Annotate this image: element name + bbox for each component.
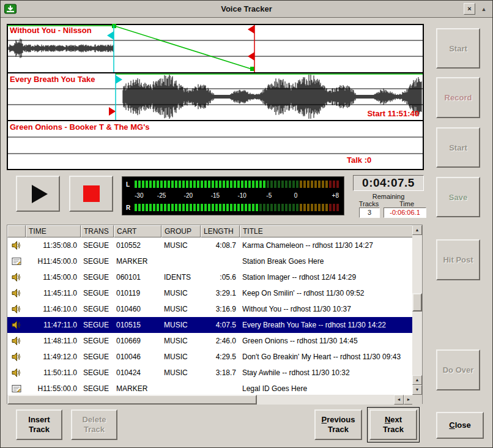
titlebar: Voice Tracker × ▲: [1, 1, 492, 18]
meter-segment: [186, 181, 188, 188]
meter-segment: [256, 204, 258, 211]
meter-segment: [281, 181, 284, 188]
right-meter: R: [126, 203, 340, 212]
cell-length: 4:29.5: [201, 349, 240, 365]
cell-cart: 010046: [114, 349, 161, 365]
save-button[interactable]: Save: [436, 177, 480, 217]
meter-segment: [219, 204, 221, 211]
meter-segment: [322, 181, 324, 188]
button-label: Do Over: [443, 365, 474, 375]
meter-segment: [234, 181, 236, 188]
log-row[interactable]: H11:55:00.0SEGUEMARKERLegal ID Goes Here: [7, 381, 413, 395]
log-row[interactable]: 11:48:11.0SEGUE010669MUSIC2:46.0Green On…: [7, 333, 413, 349]
column-header-icon[interactable]: [7, 225, 26, 237]
cell-icon: [7, 301, 26, 317]
cell-icon: [7, 381, 26, 395]
log-row[interactable]: 11:45:11.0SEGUE010119MUSIC3:29.1Keep On …: [7, 285, 413, 301]
meter-segment: [311, 181, 313, 188]
cell-trans: SEGUE: [81, 317, 114, 333]
column-header-group[interactable]: GROUP: [161, 225, 201, 237]
horizontal-scrollbar[interactable]: ◄ ►: [7, 395, 413, 405]
column-header-title[interactable]: TITLE: [240, 225, 413, 237]
meter-segment: [226, 204, 229, 211]
meter-segment: [182, 204, 185, 211]
fade-handle[interactable]: [250, 67, 254, 71]
cell-title: Without You -- rdhost 11/30 10:37: [240, 301, 413, 317]
meter-segment: [197, 181, 199, 188]
meter-segment: [179, 204, 181, 211]
start-button-2[interactable]: Start: [436, 127, 480, 168]
meter-segment: [314, 181, 317, 188]
shade-button[interactable]: ▲: [479, 5, 489, 13]
log-row[interactable]: 11:35:08.0SEGUE010552MUSIC4:08.7Karma Ch…: [7, 237, 413, 253]
cell-length: 3:16.9: [201, 301, 240, 317]
meter-segment: [168, 204, 170, 211]
button-label: Start: [449, 143, 467, 152]
scrollbar-corner: [412, 395, 422, 405]
meter-segment: [153, 181, 155, 188]
column-header-trans[interactable]: TRANS: [81, 225, 114, 237]
tracks-remaining-value: 3: [359, 207, 380, 218]
meter-segment: [292, 204, 295, 211]
cell-length: 4:07.5: [201, 317, 240, 333]
column-header-length[interactable]: LENGTH: [201, 225, 240, 237]
hit-post-button[interactable]: Hit Post: [436, 239, 480, 280]
meter-segment: [171, 181, 174, 188]
meter-segment: [193, 181, 196, 188]
cell-group: MUSIC: [161, 349, 201, 365]
column-header-cart[interactable]: CART: [114, 225, 161, 237]
do-over-button[interactable]: Do Over: [436, 349, 480, 390]
log-row[interactable]: 11:46:10.0SEGUE010460MUSIC3:16.9Without …: [7, 301, 413, 317]
cell-group: MUSIC: [161, 365, 201, 381]
vertical-scroll-thumb[interactable]: [412, 293, 422, 312]
start-button[interactable]: Start: [436, 28, 480, 69]
previous-track-button[interactable]: PreviousTrack: [314, 409, 362, 440]
meter-segment: [171, 204, 174, 211]
titlebar-close-button[interactable]: ×: [464, 3, 475, 15]
log-row[interactable]: 11:49:12.0SEGUE010046MUSIC4:29.5Don't Go…: [7, 349, 413, 365]
meter-segment: [296, 204, 298, 211]
cell-group: [161, 253, 201, 269]
record-button[interactable]: Record: [436, 77, 480, 118]
meter-segment: [149, 181, 152, 188]
button-label: Track: [29, 425, 50, 435]
stop-button[interactable]: [69, 176, 113, 212]
cell-trans: SEGUE: [81, 381, 114, 395]
cell-title: Karma Chameleon -- rdhost 11/30 14:27: [240, 237, 413, 253]
cell-title: Every Breath You Take -- rdhost 11/30 14…: [240, 317, 413, 333]
log-row[interactable]: H11:45:00.0SEGUEMARKERStation Break Goes…: [7, 253, 413, 269]
scroll-left-button[interactable]: ◄: [394, 395, 404, 405]
waveform-editor[interactable]: Without You - Nilsson Every Breath You T…: [7, 24, 424, 170]
play-button[interactable]: [16, 176, 60, 212]
meter-segment: [267, 204, 269, 211]
delete-track-button[interactable]: DeleteTrack: [71, 409, 117, 440]
scroll-down-button[interactable]: ▼: [412, 385, 422, 395]
log-row[interactable]: 11:45:00.0SEGUE060101IDENTS:05.6Station …: [7, 269, 413, 285]
insert-track-button[interactable]: InsertTrack: [16, 409, 62, 440]
meter-segment: [215, 181, 218, 188]
close-button[interactable]: Close: [436, 412, 484, 439]
cell-title: Station Break Goes Here: [240, 253, 413, 269]
scroll-up-button[interactable]: ▲: [412, 225, 422, 235]
right-meter-bar: [135, 204, 340, 211]
meter-segment: [274, 181, 276, 188]
meter-segment: [322, 204, 324, 211]
button-label: Track: [328, 425, 349, 435]
meter-segment: [135, 181, 137, 188]
meter-segment: [135, 204, 137, 211]
cell-cart: MARKER: [114, 253, 161, 269]
column-header-time[interactable]: TIME: [26, 225, 81, 237]
log-row[interactable]: 11:50:11.0SEGUE010424MUSIC3:18.7Stay Awh…: [7, 365, 413, 381]
vertical-scrollbar[interactable]: ▲ ▲ ▼: [412, 225, 422, 395]
next-track-button[interactable]: NextTrack: [369, 409, 417, 440]
waveform-display[interactable]: [7, 24, 424, 170]
cell-time: 11:50:11.0: [26, 365, 81, 381]
horizontal-scroll-thumb[interactable]: [7, 395, 257, 405]
meter-segment: [241, 204, 243, 211]
log-row[interactable]: 11:47:11.0SEGUE010515MUSIC4:07.5Every Br…: [7, 317, 413, 333]
button-label: Insert: [28, 415, 50, 425]
meter-segment: [289, 204, 291, 211]
cell-icon: [7, 333, 26, 349]
meter-segment: [285, 181, 287, 188]
scroll-up-button-2[interactable]: ▲: [412, 375, 422, 385]
